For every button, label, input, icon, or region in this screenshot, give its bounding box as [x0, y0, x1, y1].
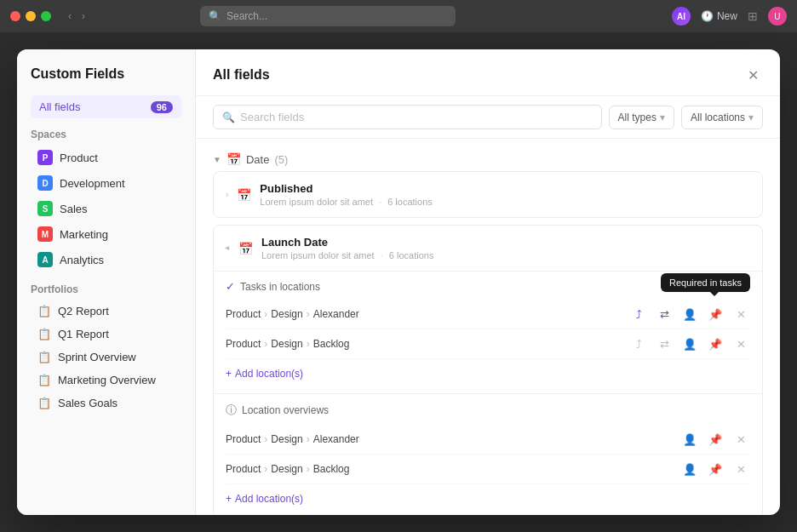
- launch-date-locations: 6 locations: [389, 250, 434, 260]
- search-fields-input[interactable]: 🔍 Search fields: [213, 105, 602, 129]
- path-sep-2: ›: [307, 308, 310, 320]
- filter-types-button[interactable]: All types ▾: [609, 106, 674, 129]
- published-field-row[interactable]: › 📅 Published Lorem ipsum dolor sit amet…: [214, 172, 762, 217]
- sidebar-item-product[interactable]: P Product: [31, 146, 181, 169]
- launch-date-expand-icon[interactable]: ▾: [223, 246, 232, 250]
- back-arrow[interactable]: ‹: [65, 9, 75, 24]
- ov-remove-icon-1[interactable]: ✕: [731, 430, 750, 449]
- path-backlog-1: Backlog: [313, 338, 350, 350]
- launch-date-field-name: Launch Date: [261, 236, 433, 249]
- external-link-icon-1[interactable]: ⤴: [629, 305, 648, 323]
- launch-date-calendar-icon: 📅: [238, 242, 253, 255]
- maximize-dot[interactable]: [41, 11, 51, 21]
- sidebar-item-sales[interactable]: S Sales: [31, 197, 181, 220]
- sidebar-item-sales-goals[interactable]: 📋 Sales Goals: [31, 392, 181, 414]
- path-design-1: Design: [271, 308, 302, 320]
- task-path-2: Product › Design › Backlog: [226, 338, 629, 350]
- pin-icon-2[interactable]: 📌: [706, 335, 725, 353]
- add-overview-location-button[interactable]: + Add location(s): [226, 488, 750, 510]
- check-icon: ✓: [226, 280, 235, 293]
- minimize-dot[interactable]: [26, 11, 36, 21]
- tasks-subsection-header: ✓ Tasks in locations Required in tasks: [226, 280, 750, 293]
- forward-arrow[interactable]: ›: [78, 9, 89, 24]
- all-fields-count: 96: [151, 101, 173, 113]
- date-section-label: Date: [246, 153, 269, 166]
- separator-2: ·: [381, 250, 383, 260]
- task-location-actions-2: ⤴ ⇄ 👤 📌 ✕: [629, 335, 750, 353]
- path-product-1: Product: [226, 308, 261, 320]
- ov-remove-icon-2[interactable]: ✕: [731, 460, 750, 478]
- sidebar-item-q1-report[interactable]: 📋 Q1 Report: [31, 323, 181, 345]
- search-icon: 🔍: [209, 10, 221, 22]
- overview-location-actions-1: 👤 📌 ✕: [680, 430, 750, 449]
- spaces-header: Spaces: [31, 129, 181, 140]
- sidebar-item-analytics[interactable]: A Analytics: [31, 248, 181, 272]
- window-controls: [10, 11, 51, 21]
- ov-pin-icon-1[interactable]: 📌: [706, 430, 725, 449]
- tooltip-text: Required in tasks: [669, 277, 742, 288]
- chevron-down-icon-2: ▾: [748, 112, 754, 123]
- add-task-location-button[interactable]: + Add location(s): [226, 363, 750, 385]
- calendar-icon: 📅: [226, 152, 241, 166]
- date-chevron[interactable]: ▼: [213, 155, 221, 164]
- ov-path-sep-3: ›: [264, 463, 267, 475]
- portfolio-icon-2: 📋: [37, 328, 51, 340]
- task-location-actions-1: ⤴ ⇄ 👤 📌 ✕: [629, 305, 750, 323]
- new-button[interactable]: 🕐 New: [701, 10, 737, 22]
- global-search[interactable]: 🔍 Search...: [200, 6, 456, 26]
- all-fields-item[interactable]: All fields 96: [31, 95, 181, 118]
- user-icon-1[interactable]: 👤: [680, 305, 699, 323]
- path-sep-3: ›: [264, 338, 267, 350]
- pin-icon-1[interactable]: 📌: [706, 305, 725, 323]
- sidebar-item-sprint-overview[interactable]: 📋 Sprint Overview: [31, 346, 181, 368]
- titlebar: ‹ › 🔍 Search... AI 🕐 New ⊞ U: [0, 0, 797, 32]
- path-design-2: Design: [271, 338, 302, 350]
- path-alexander-1: Alexander: [313, 308, 359, 320]
- ov-pin-icon-2[interactable]: 📌: [706, 460, 725, 478]
- filter-locations-button[interactable]: All locations ▾: [681, 106, 763, 129]
- q1-report-label: Q1 Report: [58, 328, 109, 340]
- portfolios-header: Portfolios: [31, 283, 181, 295]
- sidebar-item-marketing[interactable]: M Marketing: [31, 222, 181, 246]
- ov-path-sep-2: ›: [307, 433, 310, 445]
- add-overview-label: Add location(s): [235, 493, 303, 505]
- avatar[interactable]: U: [768, 7, 787, 26]
- portfolio-icon-4: 📋: [37, 374, 51, 386]
- overview-location-row-2: Product › Design › Backlog 👤 📌 ✕: [226, 455, 750, 484]
- overviews-section-label: Location overviews: [242, 404, 329, 416]
- sidebar: Custom Fields All fields 96 Spaces P Pro…: [17, 49, 196, 515]
- ai-badge[interactable]: AI: [672, 7, 691, 26]
- sidebar-item-development[interactable]: D Development: [31, 171, 181, 195]
- ov-user-icon-1[interactable]: 👤: [680, 430, 699, 449]
- ov-path-design-2: Design: [271, 463, 302, 475]
- ov-path-alexander: Alexander: [313, 433, 359, 445]
- published-expand-icon[interactable]: ›: [226, 190, 228, 199]
- development-icon: D: [37, 175, 53, 191]
- portfolio-icon-5: 📋: [37, 397, 51, 409]
- portfolio-icon-3: 📋: [37, 351, 51, 363]
- external-link-icon-2[interactable]: ⤴: [629, 335, 648, 353]
- overview-location-row-1: Product › Design › Alexander 👤 📌 ✕: [226, 425, 750, 455]
- content-area: All fields ✕ 🔍 Search fields All types ▾…: [196, 49, 780, 515]
- published-field-card: › 📅 Published Lorem ipsum dolor sit amet…: [213, 171, 763, 218]
- remove-icon-1[interactable]: ✕: [731, 305, 750, 323]
- overview-location-actions-2: 👤 📌 ✕: [680, 460, 750, 478]
- grid-icon[interactable]: ⊞: [748, 9, 758, 23]
- ov-user-icon-2[interactable]: 👤: [680, 460, 699, 478]
- user-icon-2[interactable]: 👤: [680, 335, 699, 353]
- launch-date-field-row[interactable]: ▾ 📅 Launch Date Lorem ipsum dolor sit am…: [214, 226, 762, 271]
- titlebar-right: AI 🕐 New ⊞ U: [672, 7, 787, 26]
- sync-icon-2[interactable]: ⇄: [655, 335, 674, 353]
- sidebar-item-marketing-overview[interactable]: 📋 Marketing Overview: [31, 369, 181, 391]
- remove-icon-2[interactable]: ✕: [731, 335, 750, 353]
- close-dot[interactable]: [10, 11, 20, 21]
- q2-report-label: Q2 Report: [58, 305, 109, 317]
- published-field-name: Published: [260, 182, 432, 195]
- marketing-icon: M: [37, 226, 53, 242]
- add-overview-icon: +: [226, 493, 232, 505]
- separator: ·: [379, 197, 381, 207]
- close-button[interactable]: ✕: [743, 65, 763, 85]
- search-fields-icon: 🔍: [222, 112, 235, 123]
- sidebar-item-q2-report[interactable]: 📋 Q2 Report: [31, 300, 181, 322]
- sync-icon-1[interactable]: ⇄: [655, 305, 674, 323]
